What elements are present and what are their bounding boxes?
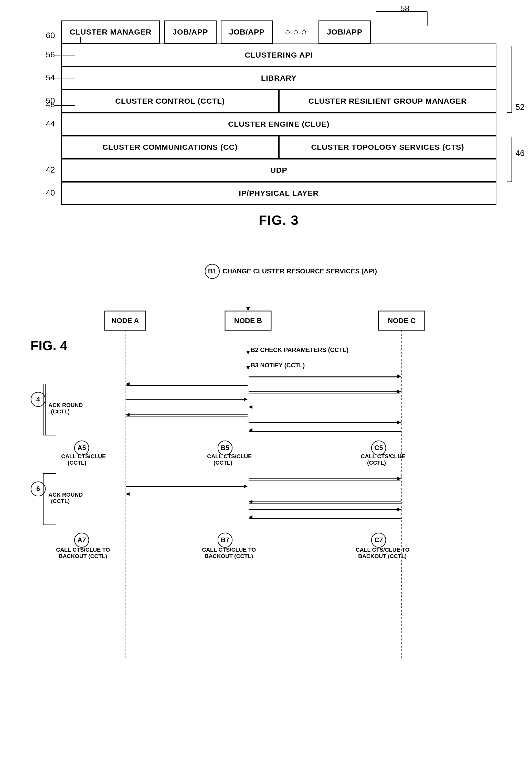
label-58: 58 bbox=[400, 4, 409, 13]
svg-marker-91 bbox=[244, 485, 248, 488]
svg-marker-61 bbox=[126, 413, 130, 417]
svg-text:B5: B5 bbox=[221, 444, 229, 451]
svg-text:NODE B: NODE B bbox=[234, 316, 262, 325]
svg-text:NODE C: NODE C bbox=[388, 316, 416, 325]
svg-marker-23 bbox=[246, 307, 250, 311]
svg-text:A7: A7 bbox=[77, 536, 86, 544]
cc-cts-row: 46 CLUSTER COMMUNICATIONS (CC) CLUSTER T… bbox=[61, 136, 496, 159]
arrow-44 bbox=[47, 123, 78, 130]
bracket-46 bbox=[501, 134, 522, 183]
svg-marker-57 bbox=[244, 398, 248, 401]
svg-text:BACKOUT (CCTL): BACKOUT (CCTL) bbox=[358, 553, 406, 559]
svg-marker-66 bbox=[249, 428, 252, 432]
svg-text:NODE A: NODE A bbox=[111, 316, 139, 325]
svg-text:B2 CHECK PARAMETERS (CCTL): B2 CHECK PARAMETERS (CCTL) bbox=[251, 346, 348, 353]
cluster-control-resilient-row: CLUSTER CONTROL (CCTL) CLUSTER RESILIENT… bbox=[61, 90, 496, 113]
cluster-control-box: CLUSTER CONTROL (CCTL) bbox=[61, 90, 279, 113]
cluster-engine-row: 44 CLUSTER ENGINE (CLUE) bbox=[61, 113, 496, 136]
svg-text:BACKOUT (CCTL): BACKOUT (CCTL) bbox=[59, 553, 107, 559]
udp-row: 42 UDP bbox=[61, 159, 496, 182]
svg-text:4: 4 bbox=[36, 395, 40, 403]
label-52: 52 bbox=[515, 102, 525, 112]
svg-text:A5: A5 bbox=[77, 444, 86, 451]
svg-text:B3 NOTIFY (CCTL): B3 NOTIFY (CCTL) bbox=[251, 362, 305, 369]
svg-marker-43 bbox=[126, 382, 130, 386]
svg-text:CALL CTS/CLUE: CALL CTS/CLUE bbox=[361, 453, 405, 459]
svg-text:ACK ROUND: ACK ROUND bbox=[48, 402, 83, 408]
fig3-title: FIG. 3 bbox=[61, 212, 496, 228]
cluster-engine-box: CLUSTER ENGINE (CLUE) bbox=[61, 113, 496, 136]
svg-text:CALL CTS/CLUE TO: CALL CTS/CLUE TO bbox=[202, 546, 256, 553]
svg-text:BACKOUT (CCTL): BACKOUT (CCTL) bbox=[204, 553, 253, 559]
sequence-svg: B1 CHANGE CLUSTER RESOURCE SERVICES (API… bbox=[31, 256, 517, 666]
svg-text:CALL CTS/CLUE TO: CALL CTS/CLUE TO bbox=[56, 546, 110, 553]
svg-text:B7: B7 bbox=[221, 536, 229, 544]
svg-marker-93 bbox=[126, 492, 130, 496]
cluster-topology-box: CLUSTER TOPOLOGY SERVICES (CTS) bbox=[279, 136, 496, 159]
svg-text:(CCTL): (CCTL) bbox=[51, 408, 69, 415]
arrow-58 bbox=[355, 8, 432, 28]
arrow-56 bbox=[47, 53, 78, 61]
fig4-diagram: FIG. 4 B1 CHANGE CLUSTER RESOURCE SERVIC… bbox=[10, 256, 522, 666]
label-46: 46 bbox=[515, 148, 525, 158]
sequence-diagram: B1 CHANGE CLUSTER RESOURCE SERVICES (API… bbox=[31, 256, 501, 666]
svg-text:(CCTL): (CCTL) bbox=[367, 459, 386, 466]
cluster-resilient-box: CLUSTER RESILIENT GROUP MANAGER bbox=[279, 90, 496, 113]
svg-text:ACK ROUND: ACK ROUND bbox=[48, 491, 83, 498]
ip-physical-box: IP/PHYSICAL LAYER bbox=[61, 182, 496, 205]
svg-rect-48 bbox=[43, 384, 45, 435]
library-box: LIBRARY bbox=[61, 66, 496, 90]
arrow-54 bbox=[47, 76, 78, 84]
udp-box: UDP bbox=[61, 159, 496, 182]
svg-marker-59 bbox=[249, 405, 252, 409]
svg-text:CALL CTS/CLUE: CALL CTS/CLUE bbox=[61, 453, 106, 459]
jobapp2-box: JOB/APP bbox=[221, 20, 273, 44]
svg-text:6: 6 bbox=[36, 485, 40, 492]
svg-text:CALL CTS/CLUE TO: CALL CTS/CLUE TO bbox=[355, 546, 409, 553]
clustering-api-box: CLUSTERING API bbox=[61, 44, 496, 66]
arrow-42 bbox=[47, 168, 78, 176]
svg-marker-34 bbox=[246, 351, 250, 354]
arrow-40 bbox=[47, 192, 78, 199]
cluster-comm-box: CLUSTER COMMUNICATIONS (CC) bbox=[61, 136, 279, 159]
svg-text:B1: B1 bbox=[208, 267, 216, 275]
dots-box: ○ ○ ○ bbox=[277, 20, 314, 44]
svg-marker-46 bbox=[397, 390, 401, 393]
svg-marker-100 bbox=[249, 515, 252, 519]
arrow-48 bbox=[47, 103, 78, 110]
fig3-diagram: 60 58 CLUSTER MANAGER JOB/APP JOB/APP bbox=[36, 15, 496, 256]
svg-text:C5: C5 bbox=[374, 444, 383, 451]
svg-marker-40 bbox=[397, 375, 401, 378]
svg-text:CALL CTS/CLUE: CALL CTS/CLUE bbox=[207, 453, 252, 459]
svg-marker-98 bbox=[397, 507, 401, 511]
cc-cts-boxes: CLUSTER COMMUNICATIONS (CC) CLUSTER TOPO… bbox=[61, 136, 496, 159]
cluster-control-row: 50 48 52 CLUSTER CONTROL (CCTL) CLUSTER … bbox=[61, 90, 496, 113]
svg-marker-95 bbox=[249, 500, 252, 503]
library-row: 54 LIBRARY bbox=[61, 66, 496, 90]
svg-marker-37 bbox=[246, 366, 250, 370]
jobapp1-box: JOB/APP bbox=[164, 20, 216, 44]
fig4-label: FIG. 4 bbox=[31, 338, 67, 353]
svg-text:(CCTL): (CCTL) bbox=[213, 459, 232, 466]
svg-marker-88 bbox=[397, 477, 401, 481]
ip-physical-row: 40 IP/PHYSICAL LAYER bbox=[61, 182, 496, 205]
svg-text:(CCTL): (CCTL) bbox=[51, 498, 69, 504]
svg-text:(CCTL): (CCTL) bbox=[67, 459, 86, 466]
svg-text:C7: C7 bbox=[374, 536, 383, 544]
svg-marker-64 bbox=[397, 421, 401, 424]
clustering-api-row: 56 CLUSTERING API bbox=[61, 44, 496, 66]
svg-text:CHANGE CLUSTER RESOURCE SERVIC: CHANGE CLUSTER RESOURCE SERVICES (API) bbox=[223, 267, 377, 275]
